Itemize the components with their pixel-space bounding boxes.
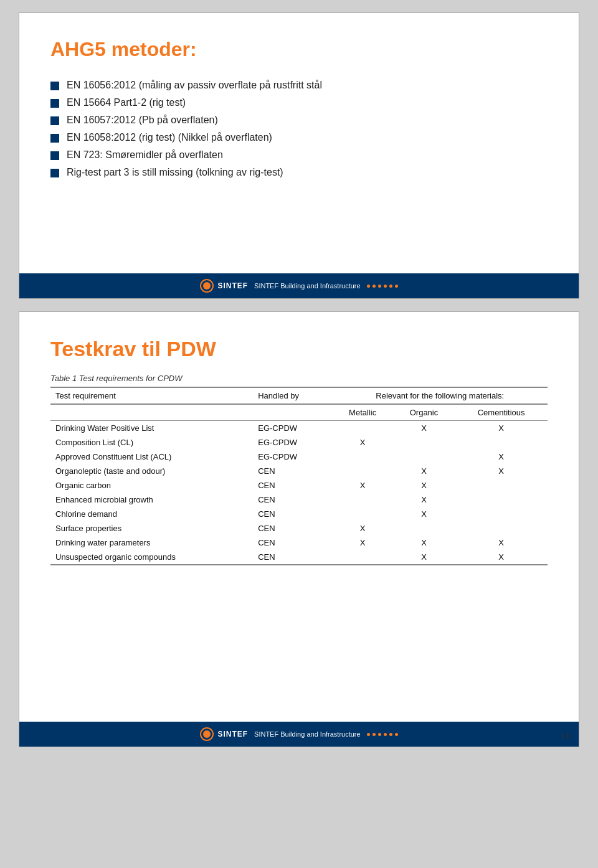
cell-cementitious-2: X	[455, 450, 548, 464]
cell-handled-7: CEN	[253, 521, 332, 535]
cell-organic-3: X	[393, 464, 455, 478]
requirements-table: Test requirement Handled by Relevant for…	[50, 387, 548, 565]
dot-2	[373, 285, 376, 288]
slide2-footer: SINTEF SINTEF Building and Infrastructur…	[19, 722, 579, 747]
cell-metallic-8: X	[333, 535, 393, 550]
cell-handled-1: EG-CPDW	[253, 435, 332, 450]
cell-organic-0: X	[393, 421, 455, 436]
table-row: Drinking water parameters CEN X X X	[50, 535, 548, 550]
cell-cementitious-9: X	[455, 550, 548, 565]
bullet-icon-2	[50, 116, 59, 125]
col-handled-by: Handled by	[253, 387, 332, 404]
dot-4	[384, 285, 387, 288]
cell-metallic-4: X	[333, 478, 393, 493]
cell-metallic-2	[333, 450, 393, 464]
slide1-brand: SINTEF	[217, 281, 248, 290]
bullet-item-2: EN 16057:2012 (Pb på overflaten)	[50, 115, 548, 126]
cell-req-6: Chlorine demand	[50, 507, 253, 521]
slide2-logo: SINTEF	[200, 727, 248, 741]
bullet-icon-5	[50, 169, 59, 177]
cell-handled-8: CEN	[253, 535, 332, 550]
cell-req-2: Approved Constituent List (ACL)	[50, 450, 253, 464]
cell-req-9: Unsuspected organic compounds	[50, 550, 253, 565]
cell-metallic-5	[333, 493, 393, 507]
table-header-row-1: Test requirement Handled by Relevant for…	[50, 387, 548, 404]
cell-organic-2	[393, 450, 455, 464]
cell-metallic-1: X	[333, 435, 393, 450]
cell-handled-5: CEN	[253, 493, 332, 507]
cell-req-1: Composition List (CL)	[50, 435, 253, 450]
bullet-item-5: Rig-test part 3 is still missing (tolkni…	[50, 167, 548, 178]
bullet-icon-0	[50, 82, 59, 90]
col-organic: Organic	[393, 404, 455, 421]
slide-1: AHG5 metoder: EN 16056:2012 (måling av p…	[19, 12, 579, 299]
cell-req-4: Organic carbon	[50, 478, 253, 493]
bullet-icon-4	[50, 151, 59, 160]
s2-dot-3	[378, 733, 381, 736]
col-empty-1	[50, 404, 253, 421]
cell-organic-4: X	[393, 478, 455, 493]
col-cementitious: Cementitious	[455, 404, 548, 421]
bullet-icon-1	[50, 99, 59, 108]
s2-dot-6	[395, 733, 398, 736]
table-row: Organoleptic (taste and odour) CEN X X	[50, 464, 548, 478]
cell-organic-9: X	[393, 550, 455, 565]
table-row: Composition List (CL) EG-CPDW X	[50, 435, 548, 450]
table-header-row-2: Metallic Organic Cementitious	[50, 404, 548, 421]
bullet-text-2: EN 16057:2012 (Pb på overflaten)	[67, 115, 218, 126]
slide1-footer: SINTEF SINTEF Building and Infrastructur…	[19, 273, 579, 298]
cell-cementitious-8: X	[455, 535, 548, 550]
page-number: 14	[561, 731, 569, 740]
table-row: Enhanced microbial growth CEN X	[50, 493, 548, 507]
slide2-footer-dots	[367, 733, 398, 736]
cell-metallic-9	[333, 550, 393, 565]
table-row: Approved Constituent List (ACL) EG-CPDW …	[50, 450, 548, 464]
cell-req-8: Drinking water parameters	[50, 535, 253, 550]
dot-1	[367, 285, 370, 288]
dot-3	[378, 285, 381, 288]
cell-cementitious-3: X	[455, 464, 548, 478]
cell-cementitious-6	[455, 507, 548, 521]
table-body: Drinking Water Positive List EG-CPDW X X…	[50, 421, 548, 565]
col-test-req: Test requirement	[50, 387, 253, 404]
slide1-footer-label: SINTEF Building and Infrastructure	[254, 282, 361, 290]
slide1-title: AHG5 metoder:	[50, 38, 548, 61]
table-row: Surface properties CEN X	[50, 521, 548, 535]
cell-handled-9: CEN	[253, 550, 332, 565]
cell-cementitious-1	[455, 435, 548, 450]
slide2-footer-label: SINTEF Building and Infrastructure	[254, 730, 361, 738]
table-row: Organic carbon CEN X X	[50, 478, 548, 493]
bullet-text-1: EN 15664 Part1-2 (rig test)	[67, 97, 186, 108]
cell-organic-7	[393, 521, 455, 535]
bullet-item-3: EN 16058:2012 (rig test) (Nikkel på over…	[50, 132, 548, 143]
slide1-footer-dots	[367, 285, 398, 288]
cell-req-3: Organoleptic (taste and odour)	[50, 464, 253, 478]
slide1-logo: SINTEF	[200, 279, 248, 293]
bullet-text-3: EN 16058:2012 (rig test) (Nikkel på over…	[67, 132, 272, 143]
cell-metallic-3	[333, 464, 393, 478]
cell-metallic-6	[333, 507, 393, 521]
table-row: Unsuspected organic compounds CEN X X	[50, 550, 548, 565]
sintef-logo-inner-2	[203, 730, 211, 738]
table-caption: Table 1 Test requirements for CPDW	[50, 374, 548, 383]
bullet-item-1: EN 15664 Part1-2 (rig test)	[50, 97, 548, 108]
table-row: Chlorine demand CEN X	[50, 507, 548, 521]
cell-req-0: Drinking Water Positive List	[50, 421, 253, 436]
cell-organic-8: X	[393, 535, 455, 550]
col-metallic: Metallic	[333, 404, 393, 421]
slide2-title: Testkrav til PDW	[50, 337, 548, 361]
table-row: Drinking Water Positive List EG-CPDW X X	[50, 421, 548, 436]
cell-organic-5: X	[393, 493, 455, 507]
slide-2: Testkrav til PDW Table 1 Test requiremen…	[19, 311, 579, 747]
s2-dot-1	[367, 733, 370, 736]
bullet-item-4: EN 723: Smøremidler på overflaten	[50, 149, 548, 161]
cell-organic-6: X	[393, 507, 455, 521]
bullet-text-5: Rig-test part 3 is still missing (tolkni…	[67, 167, 283, 178]
bullet-item-0: EN 16056:2012 (måling av passiv overflat…	[50, 80, 548, 91]
cell-metallic-7: X	[333, 521, 393, 535]
col-empty-2	[253, 404, 332, 421]
bullet-icon-3	[50, 134, 59, 143]
s2-dot-4	[384, 733, 387, 736]
slide1-bullet-list: EN 16056:2012 (måling av passiv overflat…	[50, 80, 548, 178]
bullet-text-4: EN 723: Smøremidler på overflaten	[67, 149, 223, 161]
